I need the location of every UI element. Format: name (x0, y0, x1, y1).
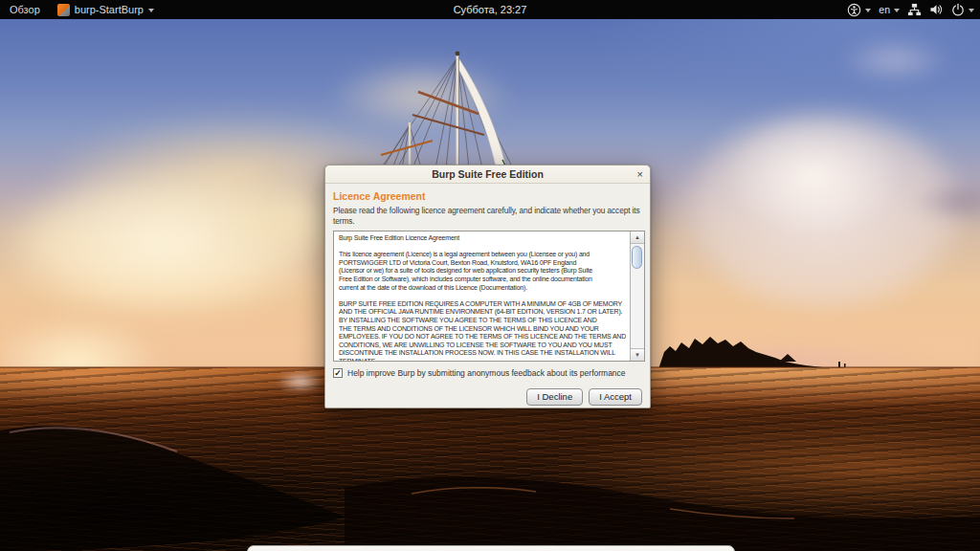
wired-network-icon[interactable] (907, 3, 922, 16)
dialog-title: Burp Suite Free Edition (432, 168, 544, 180)
chevron-down-icon (865, 9, 871, 12)
licence-text: Burp Suite Free Edition Licence Agreemen… (339, 234, 626, 361)
desktop: Обзор burp-StartBurp Суббота, 23:27 en (0, 0, 980, 551)
scroll-up-icon[interactable]: ▲ (631, 231, 644, 244)
keyboard-layout-label: en (879, 4, 890, 15)
accessibility-icon (847, 3, 861, 17)
licence-textarea[interactable]: Burp Suite Free Edition Licence Agreemen… (333, 231, 645, 362)
volume-icon[interactable] (929, 3, 944, 16)
licence-intro: Please read the following licence agreem… (333, 206, 641, 227)
scrollbar-thumb[interactable] (632, 246, 642, 269)
burp-icon (57, 4, 70, 16)
app-menu-label: burp-StartBurp (75, 4, 144, 15)
decline-button[interactable]: I Decline (526, 388, 583, 406)
feedback-checkbox[interactable]: ✓ (333, 368, 343, 378)
sailboat (306, 19, 555, 172)
scroll-down-icon[interactable]: ▼ (631, 348, 644, 361)
accept-button[interactable]: I Accept (589, 388, 642, 406)
power-icon (951, 3, 965, 16)
licence-dialog: Burp Suite Free Edition × Licence Agreem… (324, 165, 651, 408)
system-menu[interactable] (951, 3, 974, 16)
island-silhouette (632, 323, 980, 371)
wave-foam (270, 369, 331, 394)
close-icon[interactable]: × (637, 167, 643, 181)
chevron-down-icon (148, 9, 154, 12)
dialog-titlebar[interactable]: Burp Suite Free Edition × (325, 165, 650, 184)
keyboard-layout-menu[interactable]: en (879, 4, 900, 15)
chevron-down-icon (969, 9, 974, 12)
chevron-down-icon (894, 9, 900, 12)
clock[interactable]: Суббота, 23:27 (454, 4, 527, 15)
accessibility-menu[interactable] (847, 3, 871, 17)
activities-button[interactable]: Обзор (10, 4, 40, 15)
licence-heading: Licence Agreement (333, 190, 425, 202)
cloud (689, 96, 938, 258)
feedback-checkbox-label: Help improve Burp by submitting anonymou… (347, 368, 626, 378)
notification-tray[interactable] (247, 545, 735, 551)
app-menu[interactable]: burp-StartBurp (57, 4, 154, 16)
top-panel: Обзор burp-StartBurp Суббота, 23:27 en (0, 0, 980, 19)
dialog-body: Licence Agreement Please read the follow… (325, 185, 650, 408)
foreground-waves (0, 402, 980, 551)
scrollbar[interactable]: ▲ ▼ (630, 231, 644, 361)
